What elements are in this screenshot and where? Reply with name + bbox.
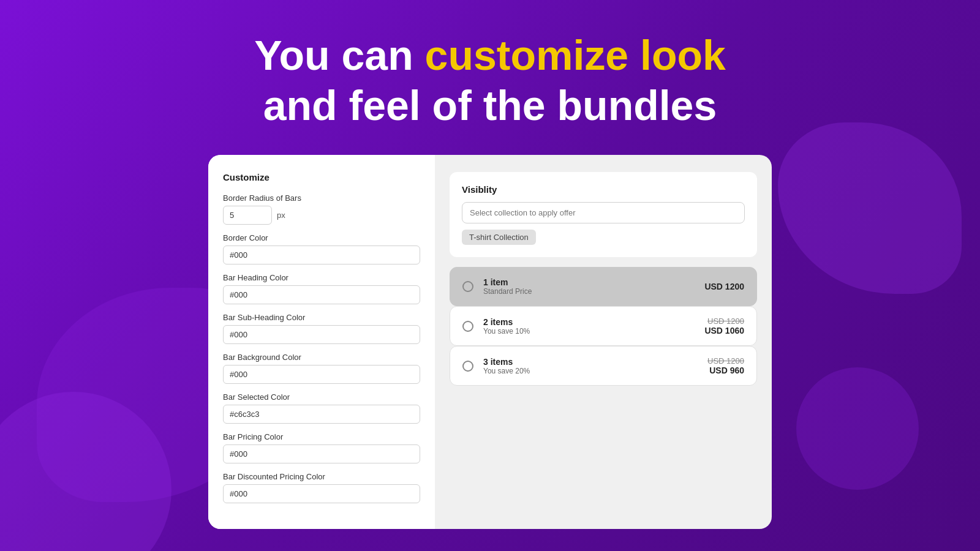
price-single-0: USD 1200 — [704, 282, 744, 291]
bundle-option-2[interactable]: 3 itemsYou save 20%USD 1200USD 960 — [450, 346, 757, 386]
preview-panel: Visiblity T-shirt Collection 1 itemStand… — [435, 155, 772, 529]
bundle-pricing-1: USD 1200USD 1060 — [704, 317, 744, 335]
radio-1[interactable] — [462, 321, 473, 332]
form-input-4[interactable] — [223, 365, 420, 384]
bundle-option-1[interactable]: 2 itemsYou save 10%USD 1200USD 1060 — [450, 306, 757, 346]
form-group-7: Bar Discounted Pricing Color — [223, 472, 420, 503]
price-original-2: USD 1200 — [707, 356, 744, 365]
px-label-0: px — [277, 211, 285, 220]
form-group-0: Border Radius of Barspx — [223, 193, 420, 225]
form-row-0: px — [223, 206, 420, 225]
form-input-7[interactable] — [223, 484, 420, 503]
headline-highlight: customize look — [425, 32, 726, 78]
headline-part2: and feel of the bundles — [263, 82, 717, 129]
form-input-1[interactable] — [223, 246, 420, 264]
form-group-1: Border Color — [223, 233, 420, 264]
price-discounted-1: USD 1060 — [704, 326, 744, 335]
background: You can customize look and feel of the b… — [0, 0, 980, 551]
main-card: Customize Border Radius of BarspxBorder … — [208, 155, 772, 529]
bundle-sub-2: You save 20% — [483, 367, 698, 375]
radio-2[interactable] — [462, 361, 473, 372]
customize-title: Customize — [223, 172, 420, 182]
form-input-3[interactable] — [223, 325, 420, 344]
form-input-6[interactable] — [223, 444, 420, 463]
headline-part1: You can — [254, 32, 424, 78]
form-group-2: Bar Heading Color — [223, 273, 420, 304]
form-label-3: Bar Sub-Heading Color — [223, 313, 420, 322]
form-label-2: Bar Heading Color — [223, 273, 420, 282]
bundle-pricing-0: USD 1200 — [704, 282, 744, 291]
headline: You can customize look and feel of the b… — [254, 31, 726, 130]
collection-input[interactable] — [462, 202, 745, 223]
bundle-option-0[interactable]: 1 itemStandard PriceUSD 1200 — [450, 267, 757, 306]
form-group-3: Bar Sub-Heading Color — [223, 313, 420, 344]
collection-tag[interactable]: T-shirt Collection — [462, 230, 536, 245]
price-original-1: USD 1200 — [704, 317, 744, 326]
bundle-sub-1: You save 10% — [483, 327, 695, 335]
bundle-info-1: 2 itemsYou save 10% — [483, 317, 695, 335]
visibility-card: Visiblity T-shirt Collection — [450, 172, 757, 257]
form-input-5[interactable] — [223, 405, 420, 424]
customize-panel: Customize Border Radius of BarspxBorder … — [208, 155, 435, 529]
bundle-pricing-2: USD 1200USD 960 — [707, 356, 744, 375]
bundle-sub-0: Standard Price — [483, 287, 695, 296]
bundle-info-2: 3 itemsYou save 20% — [483, 357, 698, 375]
bundle-qty-1: 2 items — [483, 317, 695, 327]
form-label-6: Bar Pricing Color — [223, 432, 420, 441]
bundle-qty-2: 3 items — [483, 357, 698, 367]
bundle-options: 1 itemStandard PriceUSD 12002 itemsYou s… — [450, 267, 757, 386]
form-group-4: Bar Background Color — [223, 353, 420, 384]
price-discounted-2: USD 960 — [707, 365, 744, 375]
bundle-info-0: 1 itemStandard Price — [483, 277, 695, 296]
form-input-0[interactable] — [223, 206, 272, 225]
form-group-5: Bar Selected Color — [223, 392, 420, 424]
form-label-7: Bar Discounted Pricing Color — [223, 472, 420, 481]
bundle-qty-0: 1 item — [483, 277, 695, 287]
form-label-4: Bar Background Color — [223, 353, 420, 362]
form-label-5: Bar Selected Color — [223, 392, 420, 402]
form-input-2[interactable] — [223, 285, 420, 304]
form-fields: Border Radius of BarspxBorder ColorBar H… — [223, 193, 420, 503]
form-group-6: Bar Pricing Color — [223, 432, 420, 463]
form-label-0: Border Radius of Bars — [223, 193, 420, 203]
visibility-title: Visiblity — [462, 184, 745, 195]
radio-0[interactable] — [462, 281, 473, 292]
form-label-1: Border Color — [223, 233, 420, 242]
